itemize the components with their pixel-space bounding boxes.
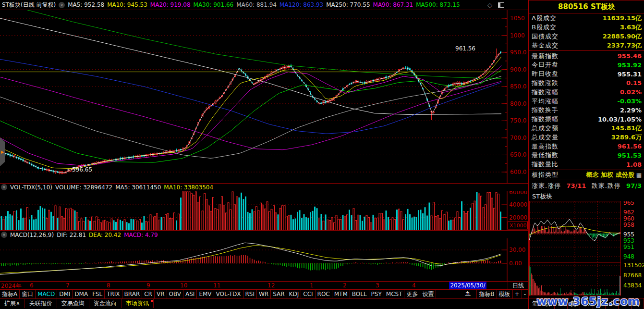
indicator-tab-6[interactable]: TRIX — [105, 290, 122, 298]
main-chart-header: ST板块(日线 前复权) ∨ MA5: 952.58MA10: 945.53MA… — [0, 0, 528, 10]
tab-spacer — [436, 290, 477, 298]
indicator-tab-right-3[interactable]: - — [522, 290, 528, 298]
chevron-down-icon[interactable]: ∨ — [1, 232, 7, 238]
month-label: 9 — [146, 282, 150, 289]
indicator-tab-3[interactable]: DMI — [57, 290, 73, 298]
chart-title: ST板块(日线 前复权) — [2, 1, 56, 9]
extension-tab-3[interactable]: 资金流向 — [89, 299, 122, 308]
quote-panel: 880516 ST板块 A股成交11639.15亿B股成交3.63亿国债成交22… — [528, 0, 644, 309]
indicator-tab-12[interactable]: EMV — [197, 290, 214, 298]
info-label: 指数涨跌 — [532, 79, 559, 87]
info-value: 145.81亿 — [611, 124, 642, 133]
advancers-value: 73/11 — [566, 182, 586, 189]
advancers-decliners-row: 涨家.涨停 73/11 跌家.跌停 97/3 — [529, 180, 644, 192]
indicator-tab-22[interactable]: PSY — [369, 290, 384, 298]
info-row: 昨日收盘955.31 — [529, 70, 644, 79]
info-label: 总成交量 — [532, 133, 559, 142]
main-kline-chart[interactable]: 10501000950.0900.0850.0800.0750.0700.065… — [0, 10, 528, 183]
indicator-tab-2[interactable]: MACD — [36, 290, 57, 298]
extension-tab-0[interactable]: 扩展∧ — [0, 299, 25, 308]
indicator-tab-16[interactable]: SAR — [271, 290, 287, 298]
month-label: 6 — [30, 282, 34, 289]
indicator-tab-19[interactable]: ROC — [316, 290, 332, 298]
svg-text:1000: 1000 — [510, 32, 525, 39]
svg-text:30.00: 30.00 — [509, 247, 525, 253]
indicator-tab-right-2[interactable]: + — [513, 290, 522, 298]
indicator-tab-25[interactable]: 设置 — [420, 290, 436, 298]
info-value: 951.53 — [618, 152, 642, 159]
chevron-down-icon[interactable]: ∨ — [59, 2, 65, 8]
period-selector[interactable]: 日线 — [508, 282, 528, 289]
svg-text:962: 962 — [623, 209, 634, 215]
svg-text:961.56: 961.56 — [455, 45, 475, 52]
volume-value: MA10: 33803504 — [164, 184, 213, 191]
tdx-app: ST板块(日线 前复权) ∨ MA5: 952.58MA10: 945.53MA… — [0, 0, 644, 309]
info-label: 指数振幅 — [532, 115, 559, 124]
chevron-down-icon[interactable]: ∨ — [1, 184, 7, 190]
intraday-chart-container: 9659629609589559539519481315028766843834 — [529, 201, 644, 298]
intraday-chart[interactable]: 9659629609589559539519481315028766843834 — [529, 201, 644, 298]
indicator-tab-4[interactable]: DMA — [73, 290, 90, 298]
indicator-tab-14[interactable]: RSI — [243, 290, 257, 298]
diamond-icon[interactable]: ◇ — [487, 1, 492, 9]
ma-value: MA500: 873.15 — [416, 1, 460, 8]
indicator-tab-15[interactable]: WR — [257, 290, 271, 298]
volume-chart[interactable]: 600004000020000X1000 — [0, 191, 528, 231]
svg-text:850.0: 850.0 — [510, 83, 526, 90]
info-value: 953.92 — [618, 62, 642, 69]
left-chart-area: ST板块(日线 前复权) ∨ MA5: 952.58MA10: 945.53MA… — [0, 0, 528, 309]
extension-tab-2[interactable]: 交易查询 — [57, 299, 89, 308]
indicator-tab-0[interactable]: 指标A — [0, 290, 20, 298]
extension-tab-1[interactable]: 关联报价 — [25, 299, 57, 308]
indicator-tab-5[interactable]: FSL — [90, 290, 105, 298]
info-value: 961.56 — [618, 143, 642, 150]
indicator-tab-18[interactable]: CCI — [301, 290, 315, 298]
svg-text:900.0: 900.0 — [510, 66, 526, 73]
month-label: 11 — [213, 282, 220, 289]
ma-value: MA30: 901.66 — [194, 1, 234, 8]
extension-tab-4[interactable]: 市场资讯 — [122, 299, 154, 308]
info-value: 10.03/1.05% — [598, 116, 642, 123]
macd-values: DIF: 22.81DEA: 20.42MACD: 4.79 — [57, 232, 161, 238]
indicator-tab-13[interactable]: VOL-TDX — [214, 290, 243, 298]
indicator-tab-23[interactable]: MCST — [384, 290, 405, 298]
indicator-tab-1[interactable]: 窗口 — [20, 290, 36, 298]
split-window-icon[interactable] — [498, 2, 504, 8]
indicator-tab-11[interactable]: ASI — [183, 290, 197, 298]
month-label: 3 — [376, 282, 379, 289]
svg-text:965: 965 — [623, 201, 634, 206]
indicator-tab-20[interactable]: MTM — [332, 290, 350, 298]
indicator-tab-10[interactable]: OBV — [167, 290, 184, 298]
ma-value: MA60: 881.94 — [236, 1, 277, 8]
indicator-tab-right-1[interactable]: 模板 — [497, 290, 513, 298]
board-type-label: 板指类型 — [532, 171, 559, 179]
svg-text:60000: 60000 — [509, 191, 527, 196]
svg-text:600.0: 600.0 — [510, 169, 526, 175]
svg-text:948: 948 — [623, 253, 634, 260]
macd-chart[interactable]: 30.000.00 — [0, 238, 528, 281]
info-value: 0.15 — [626, 79, 642, 87]
info-value: 955.46 — [618, 52, 642, 60]
indicator-tab-8[interactable]: CR — [142, 290, 155, 298]
info-label: 总成交额 — [532, 124, 559, 133]
svg-text:958: 958 — [623, 222, 634, 228]
indicator-tab-right-0[interactable]: 指标B — [477, 290, 497, 298]
indicator-tab-21[interactable]: BOLL — [350, 290, 369, 298]
svg-text:1050: 1050 — [510, 15, 525, 22]
month-label: 4 — [412, 282, 416, 289]
indicator-tab-9[interactable]: VR — [155, 290, 167, 298]
grid-icon[interactable]: ▦ — [636, 172, 642, 178]
mini-chart-title: ST板块 — [529, 192, 644, 201]
svg-text:43834: 43834 — [623, 282, 642, 289]
indicator-tab-7[interactable]: BRAR — [122, 290, 143, 298]
indicator-tab-24[interactable]: 更多 — [404, 290, 420, 298]
indicator-tab-17[interactable]: KDJ — [287, 290, 302, 298]
extension-tab-bar: 扩展∧关联报价交易查询资金流向市场资讯 — [0, 298, 528, 308]
sidebar-expand-arrow[interactable]: ▶ — [0, 137, 5, 166]
notification-dot — [151, 300, 153, 302]
info-label: 指数涨幅 — [532, 88, 559, 97]
svg-text:20000: 20000 — [509, 214, 527, 221]
info-row: 基金成交2337.73亿 — [529, 41, 644, 50]
info-label: 国债成交 — [532, 32, 559, 41]
svg-text:X1000: X1000 — [510, 222, 527, 229]
